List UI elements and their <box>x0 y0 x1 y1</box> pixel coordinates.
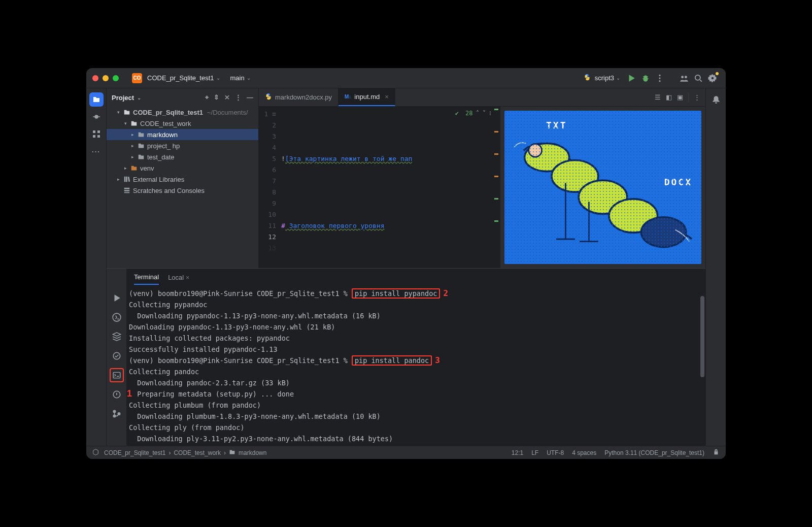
tree-item[interactable]: ▸ project_ hp <box>107 140 258 151</box>
svg-point-15 <box>641 217 686 247</box>
svg-point-16 <box>529 144 542 157</box>
close-window-icon[interactable] <box>92 75 98 81</box>
crumb-item[interactable]: CODE_pr_Sqlite_test1 <box>104 449 165 456</box>
search-everywhere-icon[interactable] <box>691 71 705 85</box>
window-controls <box>92 75 119 81</box>
editor-more-icon[interactable]: ⋮ <box>694 93 700 101</box>
notifications-icon[interactable] <box>709 92 723 107</box>
tree-item[interactable]: ▸ test_date <box>107 151 258 162</box>
project-tree[interactable]: ▾ CODE_pr_Sqlite_test1 ~/Documents/ ▾ CO… <box>107 107 258 196</box>
vcs-branch[interactable]: main ⌄ <box>224 73 255 83</box>
code-with-me-icon[interactable] <box>677 71 691 85</box>
svg-point-21 <box>113 415 116 417</box>
debug-button[interactable] <box>638 71 653 85</box>
chevron-right-icon: ▸ <box>130 132 135 137</box>
project-selector[interactable]: CO CODE_pr_Sqlite_test1 ⌄ <box>128 72 224 85</box>
svg-point-11 <box>524 143 569 171</box>
zoom-window-icon[interactable] <box>113 75 119 81</box>
code-text: Заголовок первого уровня <box>285 220 385 232</box>
svg-rect-8 <box>97 130 100 133</box>
problems-widget[interactable]: ✔ 28 ˄ ˅ ⁝ <box>455 108 491 119</box>
tree-root[interactable]: ▾ CODE_pr_Sqlite_test1 ~/Documents/ <box>107 107 258 118</box>
line-separator[interactable]: LF <box>531 449 538 456</box>
settings-icon[interactable] <box>705 71 720 85</box>
editor-preview-icon[interactable]: ▣ <box>677 93 683 101</box>
folder-icon <box>137 153 145 160</box>
svg-point-13 <box>579 180 627 214</box>
python-packages-icon[interactable] <box>110 349 124 363</box>
editor-tab[interactable]: markdown2docx.py <box>259 88 339 106</box>
project-sidebar: Project ⌄ ⌖ ⇕ ⤫ ⋮ — ▾ <box>107 88 259 268</box>
terminal-line: Downloading pypandoc-1.13-py3-none-any.w… <box>129 321 698 333</box>
terminal-prompt: (venv) boombro190@Pink-Sunrise CODE_pr_S… <box>129 289 352 298</box>
tree-item[interactable]: ▸ Scratches and Consoles <box>107 185 258 196</box>
terminal-tab-local[interactable]: Local × <box>168 271 189 284</box>
select-opened-file-icon[interactable]: ⌖ <box>205 93 209 102</box>
editor-preview-split-icon[interactable]: ◧ <box>666 93 672 101</box>
library-icon <box>123 176 131 183</box>
right-tool-rail <box>705 88 726 446</box>
services-icon[interactable] <box>110 330 124 344</box>
problems-icon[interactable] <box>110 387 124 402</box>
code-editor[interactable]: 1 ≡2345678910111213 ✔ 28 ˄ ˅ ⁝ ![Эта кар… <box>259 107 500 268</box>
caret-position[interactable]: 12:1 <box>512 449 523 456</box>
ide-window: CO CODE_pr_Sqlite_test1 ⌄ main ⌄ script3… <box>86 68 726 459</box>
chevron-down-icon[interactable]: ⌄ <box>137 95 141 101</box>
run-config-name: script3 <box>595 74 614 82</box>
main-body: ··· Project ⌄ ⌖ ⇕ ⤫ ⋮ — <box>86 88 726 446</box>
project-tool-icon[interactable] <box>89 92 104 107</box>
more-actions-icon[interactable] <box>653 71 667 85</box>
terminal-output[interactable]: (venv) boombro190@Pink-Sunrise CODE_pr_S… <box>127 286 705 446</box>
crumb-item[interactable]: CODE_test_work <box>174 449 221 456</box>
file-encoding[interactable]: UTF-8 <box>547 449 564 456</box>
terminal-line: Collecting pypandoc <box>129 299 698 310</box>
tree-item-selected[interactable]: ▸ markdown <box>107 129 258 140</box>
terminal-line: Collecting pandoc <box>129 366 698 377</box>
chevron-down-icon: ⌄ <box>616 75 620 81</box>
terminal-line: Collecting ply (from pandoc) <box>129 422 698 433</box>
expand-all-icon[interactable]: ⇕ <box>214 93 219 102</box>
python-console-icon[interactable] <box>110 310 124 324</box>
collapse-all-icon[interactable]: ⤫ <box>224 93 230 102</box>
chevron-down-icon: ▾ <box>123 121 128 126</box>
terminal-tab-main[interactable]: Terminal <box>134 270 159 285</box>
editor-list-icon[interactable]: ☰ <box>655 93 661 101</box>
crumb-item[interactable]: markdown <box>239 449 266 456</box>
chevron-down-icon: ⌄ <box>247 75 251 81</box>
chevron-down-icon: ⌄ <box>216 75 220 81</box>
run-button[interactable] <box>624 71 638 85</box>
highlighted-command: pip install pandoc <box>352 355 432 366</box>
breadcrumb[interactable]: CODE_pr_Sqlite_test1 › CODE_test_work › … <box>104 449 266 457</box>
close-tab-icon[interactable]: × <box>186 274 190 281</box>
structure-tool-icon[interactable] <box>89 127 104 141</box>
project-sidebar-title: Project <box>112 94 134 102</box>
code-heading: # <box>281 220 285 232</box>
terminal-tabs: Terminal Local × <box>127 269 705 286</box>
terminal-line: Successfully installed pypandoc-1.13 <box>129 344 698 355</box>
minimize-window-icon[interactable] <box>103 75 109 81</box>
commit-tool-icon[interactable] <box>89 110 104 124</box>
folder-icon <box>137 142 145 149</box>
vcs-tool-icon[interactable] <box>110 407 124 421</box>
run-config-selector[interactable]: script3 ⌄ <box>580 72 624 84</box>
hide-panel-icon[interactable]: — <box>247 93 253 102</box>
indent-setting[interactable]: 4 spaces <box>572 449 596 456</box>
chevron-down-icon: ▾ <box>116 110 121 115</box>
svg-point-17 <box>113 352 120 359</box>
tree-options-icon[interactable]: ⋮ <box>235 93 242 102</box>
readonly-lock-icon[interactable] <box>713 448 720 457</box>
close-tab-icon[interactable]: × <box>385 93 389 101</box>
tree-item[interactable]: ▸ External Libraries <box>107 174 258 185</box>
error-stripe[interactable] <box>493 107 498 268</box>
tree-item[interactable]: ▸ venv <box>107 162 258 174</box>
tree-item[interactable]: ▾ CODE_test_work <box>107 118 258 129</box>
editor-tab-active[interactable]: M↓ input.md × <box>339 88 395 106</box>
python-interpreter[interactable]: Python 3.11 (CODE_pr_Sqlite_test1) <box>604 449 704 456</box>
more-tool-windows-icon[interactable]: ··· <box>89 144 104 158</box>
run-icon[interactable] <box>110 291 124 305</box>
titlebar: CO CODE_pr_Sqlite_test1 ⌄ main ⌄ script3… <box>86 68 726 88</box>
terminal-tool-icon[interactable] <box>110 368 124 382</box>
scrollbar[interactable] <box>700 296 704 377</box>
svg-point-1 <box>659 77 660 79</box>
code-text: ! <box>281 153 285 164</box>
